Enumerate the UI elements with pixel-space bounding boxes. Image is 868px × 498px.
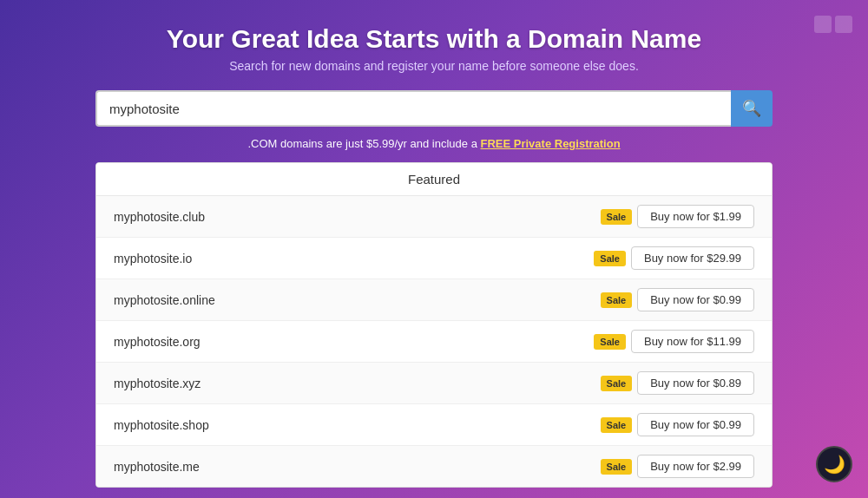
search-input[interactable] bbox=[95, 90, 731, 127]
table-row: myphotosite.club Sale Buy now for $1.99 bbox=[96, 196, 772, 238]
domain-actions: Sale Buy now for $0.89 bbox=[601, 371, 754, 395]
sale-badge: Sale bbox=[601, 417, 633, 433]
table-row: myphotosite.org Sale Buy now for $11.99 bbox=[96, 321, 772, 363]
sale-badge: Sale bbox=[601, 209, 633, 225]
page-subtitle: Search for new domains and register your… bbox=[229, 59, 639, 73]
table-row: myphotosite.io Sale Buy now for $29.99 bbox=[96, 238, 772, 279]
domain-name: myphotosite.shop bbox=[114, 418, 209, 432]
buy-button[interactable]: Buy now for $2.99 bbox=[637, 455, 754, 478]
featured-header: Featured bbox=[96, 163, 772, 196]
sale-badge: Sale bbox=[601, 459, 633, 475]
page-wrapper: Your Great Idea Starts with a Domain Nam… bbox=[0, 0, 868, 498]
buy-button[interactable]: Buy now for $0.99 bbox=[637, 288, 754, 311]
top-right-controls bbox=[814, 16, 852, 33]
domain-rows-container: myphotosite.club Sale Buy now for $1.99 … bbox=[96, 196, 772, 487]
page-title: Your Great Idea Starts with a Domain Nam… bbox=[167, 24, 701, 54]
table-row: myphotosite.online Sale Buy now for $0.9… bbox=[96, 279, 772, 321]
promo-text: .COM domains are just $5.99/yr and inclu… bbox=[247, 137, 620, 150]
sale-badge: Sale bbox=[594, 334, 626, 350]
domain-name: myphotosite.online bbox=[114, 293, 215, 307]
table-row: myphotosite.me Sale Buy now for $2.99 bbox=[96, 446, 772, 487]
domain-actions: Sale Buy now for $1.99 bbox=[601, 205, 754, 228]
domain-name: myphotosite.me bbox=[114, 460, 200, 474]
domain-actions: Sale Buy now for $0.99 bbox=[601, 413, 754, 436]
sale-badge: Sale bbox=[601, 376, 633, 391]
domain-actions: Sale Buy now for $29.99 bbox=[594, 246, 754, 270]
sale-badge: Sale bbox=[601, 292, 633, 308]
sale-badge: Sale bbox=[594, 251, 626, 266]
domain-name: myphotosite.io bbox=[114, 252, 192, 265]
dark-mode-icon: 🌙 bbox=[824, 454, 845, 475]
buy-button[interactable]: Buy now for $11.99 bbox=[631, 330, 754, 353]
ctrl-btn-2[interactable] bbox=[835, 16, 852, 33]
domain-actions: Sale Buy now for $0.99 bbox=[601, 288, 754, 311]
search-icon: 🔍 bbox=[742, 99, 761, 118]
buy-button[interactable]: Buy now for $1.99 bbox=[637, 205, 754, 228]
search-button[interactable]: 🔍 bbox=[731, 90, 773, 127]
domain-name: myphotosite.xyz bbox=[114, 377, 201, 390]
domain-actions: Sale Buy now for $11.99 bbox=[594, 330, 754, 353]
buy-button[interactable]: Buy now for $29.99 bbox=[631, 246, 754, 270]
promo-link[interactable]: FREE Private Registration bbox=[480, 137, 620, 150]
buy-button[interactable]: Buy now for $0.99 bbox=[637, 413, 754, 436]
table-row: myphotosite.xyz Sale Buy now for $0.89 bbox=[96, 363, 772, 404]
domain-name: myphotosite.org bbox=[114, 335, 201, 349]
domain-name: myphotosite.club bbox=[114, 210, 205, 224]
domain-actions: Sale Buy now for $2.99 bbox=[601, 455, 754, 478]
promo-prefix: .COM domains are just $5.99/yr and inclu… bbox=[247, 137, 480, 150]
ctrl-btn-1[interactable] bbox=[814, 16, 832, 33]
results-container: Featured myphotosite.club Sale Buy now f… bbox=[95, 162, 773, 488]
table-row: myphotosite.shop Sale Buy now for $0.99 bbox=[96, 404, 772, 446]
dark-mode-button[interactable]: 🌙 bbox=[816, 446, 852, 482]
buy-button[interactable]: Buy now for $0.89 bbox=[637, 371, 754, 395]
search-bar: 🔍 bbox=[95, 90, 773, 127]
